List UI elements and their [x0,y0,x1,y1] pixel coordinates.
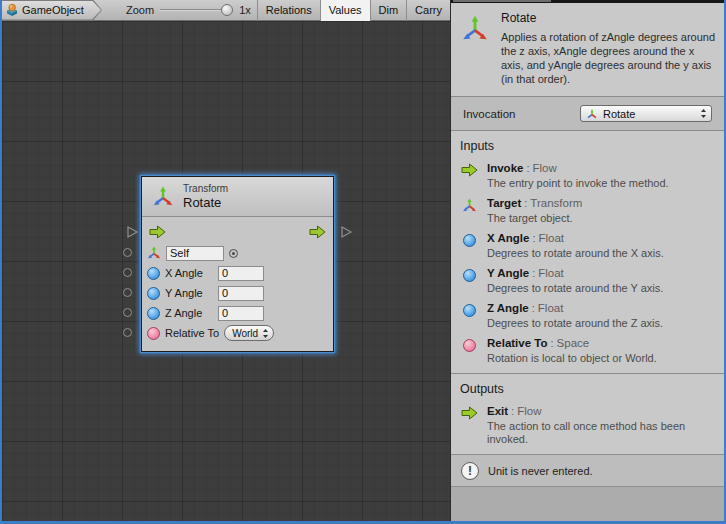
warning-bar: ! Unit is never entered. [451,454,724,487]
zoom-slider[interactable] [160,4,233,16]
x-angle-port-icon[interactable] [147,267,160,280]
inspector-description: Applies a rotation of zAngle degrees aro… [501,30,719,86]
x-angle-label: X Angle [165,267,213,279]
input-entry-relative-to: Relative To:Space Rotation is local to o… [451,334,724,369]
input-entry-invoke: Invoke:Flow The entry point to invoke th… [451,159,724,194]
inspector-title: Rotate [501,11,719,25]
z-angle-field[interactable]: 0 [218,306,264,321]
y-angle-label: Y Angle [165,287,213,299]
graph-canvas[interactable]: Transform Rotate [2,21,450,521]
target-field[interactable]: Self [166,246,224,261]
zoom-value: 1x [239,4,251,16]
transform-icon [460,197,478,225]
dim-button[interactable]: Dim [370,0,407,21]
toolbar-buttons: Relations Values Dim Carry [257,0,450,21]
unit-inspector-panel: Rotate Applies a rotation of zAngle degr… [450,0,724,521]
x-angle-field[interactable]: 0 [218,266,264,281]
output-entry-exit: Exit:Flow The action to call once method… [451,402,724,450]
dropdown-caret-icon [701,109,706,118]
node-body: Self X Angle 0 Y Angle 0 Z Angle 0 [142,217,333,351]
y-angle-field[interactable]: 0 [218,286,264,301]
z-angle-port-icon[interactable] [147,307,160,320]
node-y-angle-row: Y Angle 0 [147,283,328,303]
input-entry-y-angle: Y Angle:Float Degrees to rotate around t… [451,264,724,299]
transform-icon [586,108,598,120]
inspector-footer [451,487,724,521]
inspector-header: Rotate Applies a rotation of zAngle degr… [451,3,724,97]
float-port-icon [460,232,478,260]
flow-in-port-icon[interactable] [149,225,166,239]
flow-input-stub[interactable] [126,225,139,239]
flow-out-port-icon[interactable] [309,225,326,239]
relative-to-label: Relative To [165,327,219,339]
transform-icon [152,186,174,208]
transform-icon [461,11,489,86]
zoom-slider-knob[interactable] [221,4,233,16]
node-relative-to-row: Relative To World [147,323,328,343]
carry-button[interactable]: Carry [406,0,450,21]
dropdown-caret-icon [263,329,268,338]
inputs-section: Inputs Invoke:Flow The entry point to in… [451,131,724,373]
y-angle-input-stub[interactable] [123,288,132,297]
flow-output-stub[interactable] [340,225,353,239]
x-angle-input-stub[interactable] [123,268,132,277]
node-x-angle-row: X Angle 0 [147,263,328,283]
rotate-unit-node[interactable]: Transform Rotate [141,176,334,352]
graph-toolbar: GameObject Zoom 1x Relations Values Dim … [2,0,450,21]
breadcrumb[interactable]: GameObject [2,0,102,21]
target-input-stub[interactable] [123,248,132,257]
outputs-section: Outputs Exit:Flow The action to call onc… [451,373,724,454]
relative-to-port-icon[interactable] [147,327,160,340]
warning-text: Unit is never entered. [488,465,593,477]
warning-icon: ! [461,462,479,480]
z-angle-label: Z Angle [165,307,213,319]
node-z-angle-row: Z Angle 0 [147,303,328,323]
bolt-graph-window: GameObject Zoom 1x Relations Values Dim … [0,0,726,524]
outputs-header: Outputs [451,379,724,402]
float-port-icon [460,267,478,295]
relative-to-dropdown[interactable]: World [224,325,274,341]
flow-arrow-icon [460,162,478,190]
flow-arrow-icon [460,405,478,446]
relations-button[interactable]: Relations [257,0,320,21]
node-header[interactable]: Transform Rotate [142,177,333,217]
float-port-icon [460,302,478,330]
inspector-top-edge [451,0,724,3]
breadcrumb-label: GameObject [22,4,94,16]
relative-to-input-stub[interactable] [123,328,132,337]
values-button[interactable]: Values [320,0,370,21]
node-title: Rotate [183,195,228,210]
invocation-row: Invocation Rotate [451,97,724,131]
input-entry-x-angle: X Angle:Float Degrees to rotate around t… [451,229,724,264]
gameobject-icon [5,3,19,17]
input-entry-target: Target:Transform The target object. [451,194,724,229]
input-entry-z-angle: Z Angle:Float Degrees to rotate around t… [451,299,724,334]
invocation-dropdown[interactable]: Rotate [580,105,712,122]
y-angle-port-icon[interactable] [147,287,160,300]
node-target-row: Self [147,243,328,263]
invocation-value: Rotate [603,108,635,120]
object-picker-icon[interactable] [229,249,238,258]
z-angle-input-stub[interactable] [123,308,132,317]
node-flow-row [147,221,328,243]
transform-port-icon[interactable] [147,246,161,260]
node-category: Transform [183,183,228,195]
zoom-label: Zoom [126,4,154,16]
inputs-header: Inputs [451,136,724,159]
invocation-label: Invocation [463,108,515,120]
space-port-icon [460,337,478,365]
